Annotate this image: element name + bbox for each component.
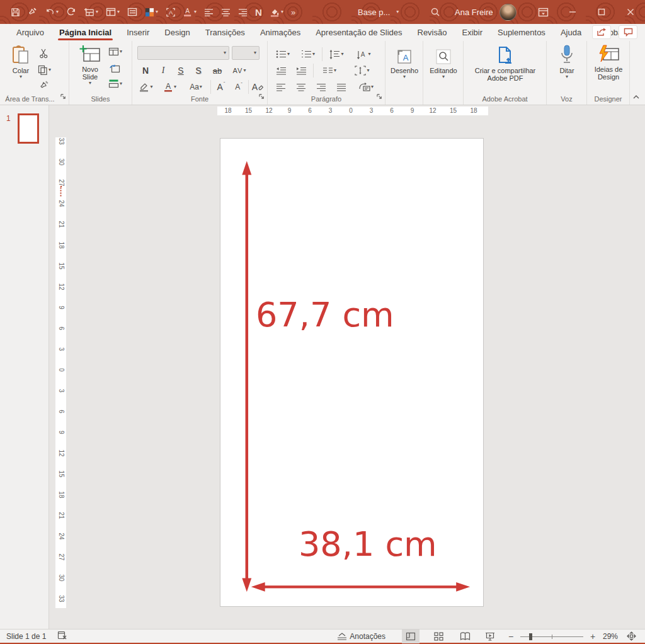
justify-button[interactable] <box>333 80 350 94</box>
format-painter-icon[interactable] <box>26 4 39 20</box>
text-direction-button[interactable]: A▾ <box>352 47 375 61</box>
new-slide-button[interactable]: Novo Slide ▾ <box>74 45 106 86</box>
tab-pagina-inicial[interactable]: Página Inicial <box>52 24 119 41</box>
slide-sorter-view-button[interactable] <box>430 630 447 643</box>
theme-colors-icon[interactable]: ▾ <box>143 4 160 20</box>
close-icon[interactable] <box>616 0 645 24</box>
drawing-button[interactable]: A Desenho ▾ <box>388 49 421 79</box>
text-shadow-button[interactable]: S <box>190 64 207 78</box>
vertical-ruler[interactable]: 333027242118151296303691215182124273033 <box>55 137 66 608</box>
zoom-slider[interactable] <box>520 630 583 643</box>
line-spacing-button[interactable]: ▾ <box>326 47 347 61</box>
tab-apresentacao-de-slides[interactable]: Apresentação de Slides <box>308 24 409 41</box>
bullets-button[interactable]: ▾ <box>273 47 293 61</box>
align-left-icon[interactable] <box>202 4 215 20</box>
account-area[interactable]: Ana Freire <box>455 0 517 24</box>
cut-button[interactable] <box>39 49 49 59</box>
tab-exibir[interactable]: Exibir <box>454 24 490 41</box>
document-title[interactable]: Base p... ▾ <box>358 0 399 24</box>
new-slide-icon[interactable]: ▾ <box>82 4 100 20</box>
slideshow-view-button[interactable] <box>481 630 499 643</box>
slide-master-icon[interactable] <box>125 4 139 20</box>
layout-caret-icon[interactable]: ▾ <box>117 9 120 14</box>
share-button[interactable] <box>592 25 611 39</box>
tab-ajuda[interactable]: Ajuda <box>553 24 589 41</box>
font-color-caret-icon[interactable]: ▾ <box>194 9 197 14</box>
accessibility-check-icon[interactable] <box>57 631 67 641</box>
bold-button[interactable]: N <box>137 64 154 78</box>
text-box-icon[interactable]: A <box>164 4 178 20</box>
search-icon[interactable] <box>427 4 443 20</box>
slide-thumbnail[interactable] <box>18 113 39 144</box>
theme-colors-caret-icon[interactable]: ▾ <box>156 9 158 14</box>
strikethrough-button[interactable]: ab <box>208 64 227 78</box>
tab-animacoes[interactable]: Animações <box>253 24 308 41</box>
bold-icon[interactable]: N <box>253 4 264 20</box>
font-name-combo[interactable]: ▾ <box>137 46 229 60</box>
ribbon-display-options-icon[interactable] <box>534 4 552 20</box>
copy-button[interactable]: ▾ <box>38 65 51 75</box>
change-case-button[interactable]: Aa▾ <box>185 80 207 94</box>
fit-to-window-icon[interactable] <box>622 630 640 643</box>
decrease-indent-button[interactable] <box>273 64 289 78</box>
new-slide-caret-icon[interactable]: ▾ <box>96 9 98 14</box>
horizontal-ruler[interactable]: 1815129630369121518 <box>217 106 488 115</box>
design-ideas-button[interactable]: Ideias de Design <box>590 45 627 81</box>
zoom-slider-thumb[interactable] <box>529 633 532 640</box>
notes-button[interactable]: Anotações <box>337 632 385 641</box>
align-center-icon[interactable] <box>219 4 232 20</box>
align-left-button[interactable] <box>273 80 289 94</box>
font-dialog-launcher-icon[interactable] <box>259 91 265 102</box>
convert-smartart-button[interactable]: ▾ <box>355 80 377 94</box>
align-center-button[interactable] <box>293 80 309 94</box>
fill-color-icon[interactable]: ▾ <box>268 4 285 20</box>
format-painter-button[interactable] <box>39 80 49 90</box>
qat-more-icon[interactable]: » <box>289 4 297 20</box>
maximize-icon[interactable] <box>587 0 616 24</box>
fill-color-caret-icon[interactable]: ▾ <box>281 9 283 14</box>
increase-indent-button[interactable] <box>293 64 309 78</box>
align-text-button[interactable]: ▾ <box>351 64 374 78</box>
character-spacing-button[interactable]: AV▾ <box>228 64 251 78</box>
align-right-icon[interactable] <box>236 4 249 20</box>
slide-layout-button[interactable]: ▾ <box>108 47 122 56</box>
zoom-out-button[interactable]: − <box>505 631 517 641</box>
undo-caret-icon[interactable]: ▾ <box>56 9 59 14</box>
tab-revisao[interactable]: Revisão <box>410 24 455 41</box>
font-size-combo[interactable]: ▾ <box>232 46 260 60</box>
italic-button[interactable]: I <box>155 64 171 78</box>
tab-suplementos[interactable]: Suplementos <box>490 24 553 41</box>
highlight-button[interactable]: ▾ <box>136 80 156 94</box>
normal-view-button[interactable] <box>402 630 420 643</box>
underline-button[interactable]: S <box>173 64 189 78</box>
align-right-button[interactable] <box>313 80 329 94</box>
numbering-button[interactable]: ▾ <box>298 47 318 61</box>
tab-arquivo[interactable]: Arquivo <box>9 24 52 41</box>
redo-icon[interactable] <box>64 4 78 20</box>
clipboard-dialog-launcher-icon[interactable] <box>60 91 66 102</box>
comments-button[interactable] <box>619 25 637 39</box>
collapse-ribbon-icon[interactable] <box>632 91 640 102</box>
slide-canvas[interactable]: 67,7 cm 38,1 cm <box>220 138 484 607</box>
tab-design[interactable]: Design <box>157 24 197 41</box>
shrink-font-button[interactable]: Aˇ <box>231 80 247 94</box>
zoom-level[interactable]: 29% <box>598 632 622 641</box>
tab-transicoes[interactable]: Transições <box>198 24 253 41</box>
create-share-pdf-button[interactable]: Criar e compartilhar Adobe PDF <box>467 46 543 82</box>
zoom-in-button[interactable]: + <box>587 631 598 641</box>
font-color-icon[interactable]: A▾ <box>181 4 198 20</box>
editing-button[interactable]: Editando ▾ <box>426 49 461 79</box>
tab-inserir[interactable]: Inserir <box>119 24 157 41</box>
avatar[interactable] <box>499 4 517 21</box>
dictate-button[interactable]: Ditar ▾ <box>551 45 583 79</box>
grow-font-button[interactable]: Aˆ <box>213 80 229 94</box>
paragraph-dialog-launcher-icon[interactable] <box>377 91 382 102</box>
slide-thumbnail-panel[interactable]: 1 <box>0 105 49 629</box>
reset-slide-button[interactable] <box>110 64 120 73</box>
undo-icon[interactable]: ▾ <box>43 4 60 20</box>
minimize-icon[interactable] <box>558 0 587 24</box>
save-icon[interactable] <box>9 4 22 20</box>
reading-view-button[interactable] <box>456 630 474 643</box>
paste-button[interactable]: Colar ▾ <box>5 45 37 79</box>
font-color-button[interactable]: A▾ <box>160 80 180 94</box>
